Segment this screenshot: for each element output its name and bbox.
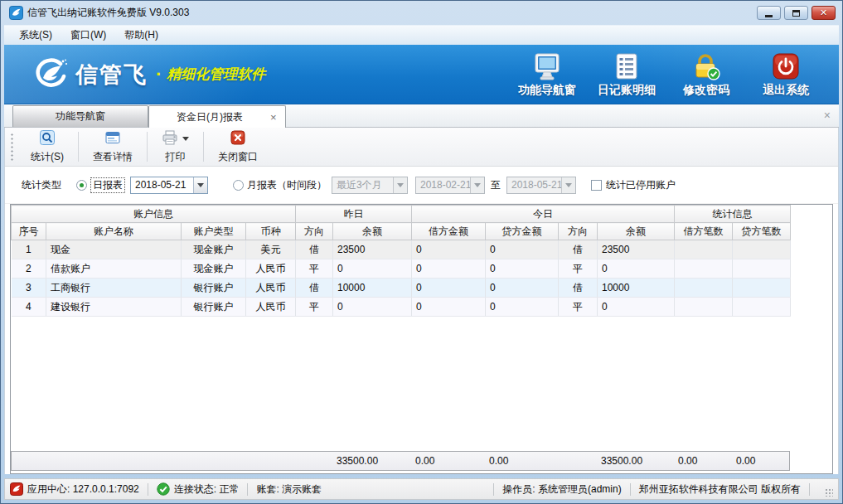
cell-t-credit: 0 [486, 279, 559, 298]
toolbar: 统计(S) 查看详情 [5, 128, 838, 167]
col-y-direction[interactable]: 方向 [296, 223, 333, 240]
range-from-value: 2018-02-21 [416, 179, 470, 191]
resize-grip[interactable] [825, 488, 833, 497]
daily-report-label[interactable]: 日报表 [90, 177, 125, 193]
summary-t-balance: 33500.00 [597, 452, 674, 470]
cell-y-balance: 0 [333, 298, 412, 317]
menu-help[interactable]: 帮助(H) [116, 26, 167, 45]
tab-nav-window[interactable]: 功能导航窗 [12, 105, 148, 127]
view-detail-button[interactable]: 查看详情 [81, 129, 144, 164]
cell-credit-count [733, 259, 791, 279]
cell-t-credit: 0 [486, 259, 559, 279]
summary-debit-count: 0.00 [674, 452, 732, 470]
include-disabled-label[interactable]: 统计已停用账户 [606, 178, 676, 192]
cell-account-name: 工商银行 [46, 279, 182, 298]
cell-y-direction: 平 [296, 259, 333, 279]
monthly-report-radio[interactable] [233, 180, 244, 191]
print-button[interactable]: 打印 [150, 129, 201, 164]
monthly-report-label[interactable]: 月报表（时间段） [247, 178, 327, 192]
col-t-direction[interactable]: 方向 [559, 223, 598, 240]
tab-fund-report[interactable]: 资金日(月)报表 × [148, 105, 286, 128]
col-y-balance[interactable]: 余额 [333, 223, 412, 240]
tabstrip-close-icon[interactable]: × [824, 109, 831, 121]
report-grid: 账户信息 昨日 今日 统计信息 序号 账户名称 账户类型 币种 方向 余额 借方… [10, 204, 833, 474]
toolbar-button-label: 关闭窗口 [218, 150, 258, 164]
exit-system-button[interactable]: 退出系统 [754, 51, 817, 98]
cell-no: 3 [12, 279, 46, 298]
table-row[interactable]: 2 借款账户 现金账户 人民币 平 0 0 0 平 0 [12, 259, 791, 279]
nav-window-button[interactable]: 功能导航窗 [516, 51, 579, 98]
daily-date-picker[interactable]: 2018-05-21 [130, 177, 208, 194]
minimize-icon [765, 15, 773, 17]
menubar: 系统(S) 窗口(W) 帮助(H) [4, 25, 839, 45]
include-disabled-checkbox[interactable] [591, 180, 602, 191]
print-dropdown-icon[interactable] [182, 137, 189, 141]
range-preset-select[interactable]: 最近3个月 [332, 177, 408, 194]
range-to-picker[interactable]: 2018-05-21 [506, 177, 576, 194]
daily-report-radio[interactable] [76, 180, 87, 191]
col-t-credit[interactable]: 贷方金额 [486, 223, 559, 240]
status-separator [247, 483, 248, 496]
header-group-row: 账户信息 昨日 今日 统计信息 [12, 206, 791, 223]
toolbar-grip[interactable] [10, 133, 14, 161]
cell-t-direction: 借 [559, 279, 598, 298]
grid-empty-area [11, 317, 832, 451]
summary-t-debit: 0.00 [411, 452, 485, 470]
col-no[interactable]: 序号 [12, 223, 46, 240]
cell-y-direction: 平 [296, 298, 333, 317]
toolbar-button-label: 查看详情 [93, 150, 133, 164]
cell-y-balance: 10000 [333, 279, 412, 298]
cell-y-direction: 借 [296, 279, 333, 298]
status-separator [148, 483, 148, 496]
table-row[interactable]: 4 建设银行 银行账户 人民币 平 0 0 0 平 0 [12, 298, 791, 317]
toolbar-button-label: 打印 [166, 150, 186, 164]
menu-window[interactable]: 窗口(W) [62, 26, 114, 45]
banner-action-label: 日记账明细 [598, 83, 656, 98]
cell-t-direction: 借 [559, 240, 598, 259]
group-account-info: 账户信息 [12, 206, 296, 223]
brand-name: 信管飞 [75, 60, 148, 90]
close-window-button[interactable]: 关闭窗口 [206, 129, 269, 164]
col-t-debit[interactable]: 借方金额 [412, 223, 486, 240]
stats-button[interactable]: 统计(S) [19, 129, 75, 164]
banner-action-label: 退出系统 [763, 83, 809, 98]
col-currency[interactable]: 币种 [246, 223, 296, 240]
status-separator [809, 483, 810, 496]
banner-action-label: 功能导航窗 [518, 83, 576, 98]
monitor-icon [532, 51, 562, 80]
col-credit-count[interactable]: 贷方笔数 [733, 223, 791, 240]
cell-no: 1 [12, 240, 46, 259]
connection-check-icon [157, 482, 170, 496]
summary-credit-count: 0.00 [732, 452, 789, 470]
table-row[interactable]: 3 工商银行 银行账户 人民币 借 10000 0 0 借 10000 [12, 279, 791, 298]
cell-no: 4 [12, 298, 46, 317]
change-password-button[interactable]: 修改密码 [675, 51, 738, 98]
col-account-name[interactable]: 账户名称 [46, 223, 182, 240]
close-button[interactable]: ✕ [812, 6, 836, 20]
maximize-button[interactable] [784, 6, 808, 20]
operator-text: 操作员: 系统管理员(admin) [502, 482, 621, 497]
range-to-label: 至 [491, 178, 501, 192]
cell-t-debit: 0 [412, 259, 486, 279]
cell-credit-count [733, 298, 791, 317]
col-account-type[interactable]: 账户类型 [182, 223, 246, 240]
journal-detail-button[interactable]: 日记账明细 [595, 51, 658, 98]
menu-system[interactable]: 系统(S) [11, 26, 61, 45]
cell-debit-count [675, 240, 733, 259]
summary-y-balance: 33500.00 [332, 452, 411, 470]
minimize-button[interactable] [757, 6, 781, 20]
col-debit-count[interactable]: 借方笔数 [675, 223, 733, 240]
daily-date-dropdown-icon[interactable] [193, 177, 207, 193]
cell-y-balance: 0 [333, 259, 412, 279]
statusbar: 应用中心: 127.0.0.1:7092 连接状态: 正常 账套: 演示账套 操… [4, 478, 839, 500]
col-t-balance[interactable]: 余额 [598, 223, 675, 240]
table-row[interactable]: 1 现金 现金账户 美元 借 23500 0 0 借 23500 [12, 240, 791, 259]
tab-close-icon[interactable]: × [270, 112, 285, 123]
range-preset-dropdown-icon [393, 177, 407, 193]
cell-t-direction: 平 [559, 298, 598, 317]
cell-account-name: 借款账户 [46, 259, 182, 279]
range-from-picker[interactable]: 2018-02-21 [415, 177, 485, 194]
brand-logo-icon [32, 58, 69, 91]
toolbar-separator [203, 132, 204, 162]
daily-date-value: 2018-05-21 [131, 179, 193, 191]
